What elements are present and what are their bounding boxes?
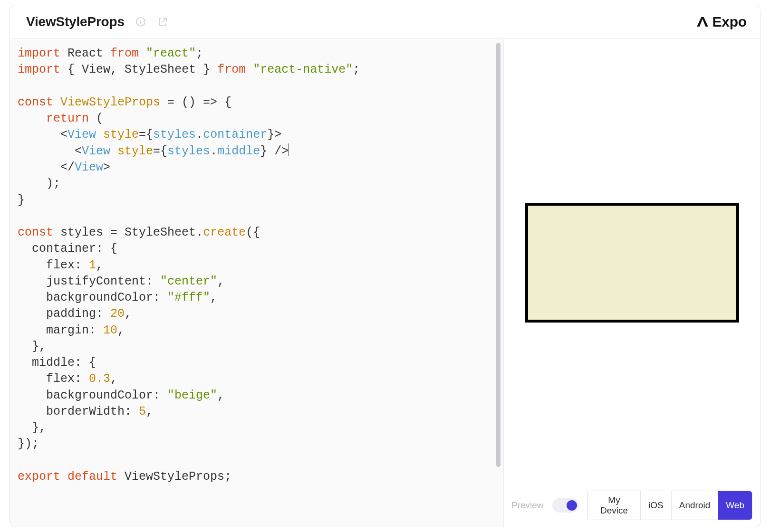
page-title: ViewStyleProps [26, 14, 125, 29]
snack-panel: ViewStyleProps Λ Expo i [10, 5, 760, 527]
toggle-knob [567, 500, 577, 511]
body: import React from "react"; import { View… [10, 39, 760, 527]
editor-pane: import React from "react"; import { View… [10, 39, 503, 527]
brand-text: Expo [712, 14, 747, 30]
preview-footer: Preview My Device iOS Android Web [504, 486, 760, 527]
platform-web[interactable]: Web [718, 491, 752, 520]
platform-segmented: My Device iOS Android Web [587, 491, 752, 520]
code-content[interactable]: import React from "react"; import { View… [18, 46, 488, 485]
preview-toggle[interactable] [552, 498, 579, 513]
info-icon[interactable] [135, 16, 146, 28]
platform-android[interactable]: Android [671, 491, 718, 520]
editor-scrollbar[interactable] [496, 43, 500, 467]
open-external-icon[interactable] [157, 16, 168, 28]
brand-link[interactable]: Λ Expo [698, 14, 747, 30]
preview-canvas [504, 39, 760, 486]
platform-my-device[interactable]: My Device [588, 491, 640, 520]
svg-point-2 [140, 19, 141, 20]
header-left: ViewStyleProps [26, 14, 168, 29]
preview-pane: Preview My Device iOS Android Web [503, 39, 760, 527]
text-cursor [289, 143, 289, 156]
code-editor[interactable]: import React from "react"; import { View… [10, 39, 494, 527]
chevron-up-icon: Λ [697, 15, 708, 29]
platform-ios[interactable]: iOS [640, 491, 671, 520]
header: ViewStyleProps Λ Expo [10, 5, 760, 39]
preview-rendered-view [525, 203, 739, 323]
preview-label: Preview [511, 500, 544, 511]
